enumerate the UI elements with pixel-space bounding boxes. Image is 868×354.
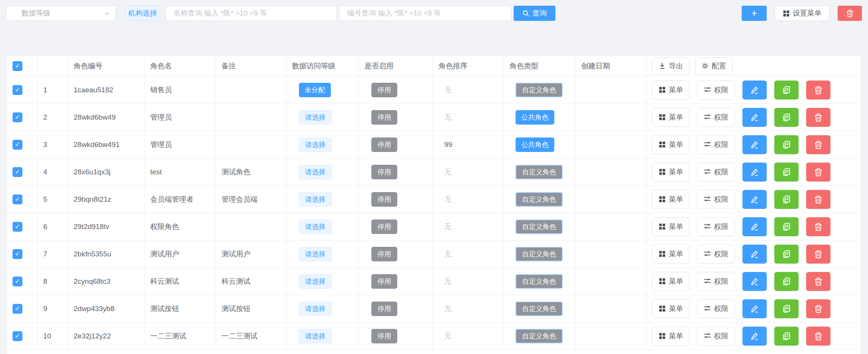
row-menu-button[interactable]: 菜单 [652,245,690,264]
row-menu-button[interactable]: 菜单 [652,217,690,236]
row-permission-button[interactable]: 权限 [697,245,735,264]
delete-selected-button[interactable] [838,6,862,21]
row-edit-button[interactable] [742,135,767,154]
enabled-status-badge[interactable]: 停用 [371,192,397,207]
row-permission-button[interactable]: 权限 [697,135,735,154]
row-delete-button[interactable] [806,163,830,182]
row-copy-button[interactable] [774,217,799,236]
enabled-status-badge[interactable]: 停用 [371,329,397,343]
row-copy-button[interactable] [774,81,799,100]
row-delete-button[interactable] [806,217,830,236]
row-checkbox[interactable] [13,85,22,95]
role-type-badge[interactable]: 自定义角色 [516,192,563,207]
row-checkbox[interactable] [13,194,22,204]
row-checkbox[interactable] [13,249,22,259]
enabled-status-badge[interactable]: 停用 [371,302,397,316]
row-menu-button[interactable]: 菜单 [652,190,690,209]
row-checkbox[interactable] [13,222,22,232]
enabled-status-badge[interactable]: 停用 [371,83,397,97]
row-delete-button[interactable] [806,299,830,318]
row-permission-button[interactable]: 权限 [697,217,735,236]
row-menu-button[interactable]: 菜单 [652,135,690,154]
row-permission-button[interactable]: 权限 [697,272,735,291]
row-menu-button[interactable]: 菜单 [652,163,690,182]
enabled-status-badge[interactable]: 停用 [371,165,397,179]
config-button[interactable]: 配置 [695,57,733,75]
setup-menu-button[interactable]: 设置菜单 [775,6,829,21]
row-delete-button[interactable] [806,190,830,209]
row-copy-button[interactable] [774,299,799,318]
row-edit-button[interactable] [742,108,767,127]
access-level-badge[interactable]: 请选择 [299,302,332,316]
row-copy-button[interactable] [774,272,799,291]
row-checkbox[interactable] [13,167,22,177]
row-edit-button[interactable] [742,299,767,318]
role-type-badge[interactable]: 自定义角色 [516,83,563,97]
role-type-badge[interactable]: 自定义角色 [516,329,563,343]
code-search-input[interactable] [339,6,511,21]
row-delete-button[interactable] [806,272,830,291]
row-permission-button[interactable]: 权限 [697,190,735,209]
access-level-badge[interactable]: 未分配 [299,83,331,97]
row-delete-button[interactable] [806,245,830,264]
row-copy-button[interactable] [774,245,799,264]
row-edit-button[interactable] [742,163,767,182]
row-edit-button[interactable] [742,327,767,346]
access-level-badge[interactable]: 请选择 [299,220,332,234]
access-level-badge[interactable]: 请选择 [299,192,332,207]
enabled-status-badge[interactable]: 停用 [371,247,397,261]
row-edit-button[interactable] [742,245,767,264]
role-type-badge[interactable]: 自定义角色 [516,247,563,261]
access-level-badge[interactable]: 请选择 [299,247,332,261]
org-select-button[interactable]: 机构选择 [125,6,160,21]
role-type-badge[interactable]: 自定义角色 [516,274,563,289]
role-type-badge[interactable]: 公共角色 [516,137,554,152]
row-edit-button[interactable] [742,272,767,291]
name-search-input[interactable] [165,6,337,21]
role-type-badge[interactable]: 公共角色 [516,110,554,125]
row-permission-button[interactable]: 权限 [697,299,735,318]
row-menu-button[interactable]: 菜单 [652,108,690,127]
enabled-status-badge[interactable]: 停用 [371,274,397,289]
row-checkbox[interactable] [13,331,22,341]
row-permission-button[interactable]: 权限 [697,108,735,127]
row-checkbox[interactable] [13,304,22,314]
row-checkbox[interactable] [13,112,22,122]
row-copy-button[interactable] [774,190,799,209]
row-checkbox[interactable] [13,140,22,150]
row-delete-button[interactable] [806,81,830,100]
row-checkbox[interactable] [13,277,22,286]
row-menu-button[interactable]: 菜单 [652,272,690,291]
row-copy-button[interactable] [774,135,799,154]
row-permission-button[interactable]: 权限 [697,81,735,100]
row-permission-button[interactable]: 权限 [697,163,735,182]
row-menu-button[interactable]: 菜单 [652,81,690,100]
search-button[interactable]: 查询 [514,6,555,21]
row-edit-button[interactable] [742,81,767,100]
access-level-badge[interactable]: 请选择 [299,165,332,179]
row-menu-button[interactable]: 菜单 [652,299,690,318]
row-delete-button[interactable] [806,108,830,127]
access-level-badge[interactable]: 请选择 [299,110,332,125]
row-permission-button[interactable]: 权限 [697,327,735,346]
add-button[interactable]: + [742,6,767,21]
enabled-status-badge[interactable]: 停用 [371,110,397,125]
row-copy-button[interactable] [774,327,799,346]
row-menu-button[interactable]: 菜单 [652,327,690,346]
export-button[interactable]: 导出 [652,57,690,75]
access-level-badge[interactable]: 请选择 [299,274,332,289]
row-copy-button[interactable] [774,108,799,127]
access-level-badge[interactable]: 请选择 [299,329,332,343]
row-edit-button[interactable] [742,217,767,236]
data-level-select[interactable]: 数据等级 [6,6,116,21]
row-delete-button[interactable] [806,327,830,346]
role-type-badge[interactable]: 自定义角色 [516,220,563,234]
enabled-status-badge[interactable]: 停用 [371,220,397,234]
role-type-badge[interactable]: 自定义角色 [516,165,563,179]
row-delete-button[interactable] [806,135,830,154]
access-level-badge[interactable]: 请选择 [299,137,332,152]
role-type-badge[interactable]: 自定义角色 [516,302,563,316]
row-copy-button[interactable] [774,163,799,182]
enabled-status-badge[interactable]: 停用 [371,137,397,152]
row-edit-button[interactable] [742,190,767,209]
